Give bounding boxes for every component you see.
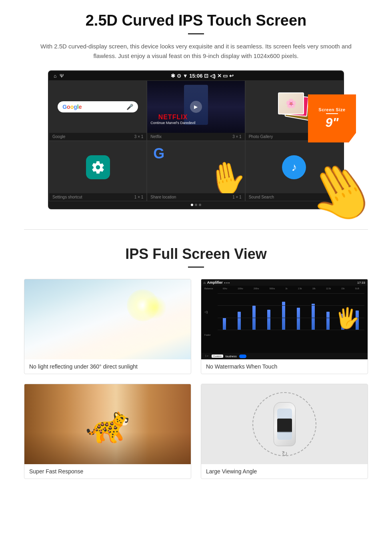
screen-mockup: Screen Size 9" ⌂ Ψ ✱ ⊙ ▼ 15:06 ⊡ bbox=[48, 70, 344, 209]
google-search-bar[interactable]: Google 🎤 bbox=[58, 101, 138, 112]
home-icon[interactable]: ⌂ bbox=[54, 73, 56, 79]
camera-icon: ⊡ bbox=[204, 73, 208, 79]
sound-app-name: Sound Search bbox=[249, 195, 274, 199]
cheetah-emoji: 🐆 bbox=[85, 403, 130, 445]
settings-icon bbox=[86, 155, 110, 179]
back-icon[interactable]: ↩ bbox=[229, 73, 234, 79]
feature-sunlight: No light reflecting under 360° direct su… bbox=[24, 279, 191, 374]
settings-label-row: Settings shortcut 1 × 1 bbox=[49, 193, 146, 201]
volume-icon: ◁) bbox=[210, 73, 216, 79]
status-bar-center: ✱ ⊙ ▼ 15:06 ⊡ ◁) ✕ ▭ ↩ bbox=[66, 73, 338, 79]
share-app-name: Share location bbox=[150, 195, 176, 199]
sound-grid-size: 1 × 1 bbox=[330, 195, 340, 199]
music-note-icon: ♪ bbox=[291, 161, 297, 174]
hand-gesture-icon: 🤚 bbox=[204, 156, 244, 193]
netflix-brand: NETFLIX Continue Marvel's Daredevil bbox=[150, 114, 195, 125]
amplifier-image: ⌂ Amplifier • • • 17:33 Balance ◁) Fader bbox=[201, 279, 368, 359]
badge-label: Screen Size bbox=[318, 107, 345, 112]
google-app-cell[interactable]: Google 🎤 Google 3 × 1 bbox=[49, 80, 147, 141]
sunlight-caption-text: No light reflecting under 360° direct su… bbox=[29, 363, 138, 370]
section-curved-screen: 2.5D Curved IPS Touch Screen With 2.5D c… bbox=[0, 0, 392, 217]
netflix-subtitle: Continue Marvel's Daredevil bbox=[150, 121, 195, 125]
section-divider bbox=[24, 229, 368, 230]
sound-label-row: Sound Search 1 × 1 bbox=[246, 193, 343, 201]
amp-time: 17:33 bbox=[357, 281, 365, 285]
amp-dots: • • • bbox=[224, 281, 230, 285]
badge-divider bbox=[326, 113, 338, 114]
amp-bottom-bar: 〈← Custom loudness bbox=[201, 353, 368, 359]
google-grid-size: 3 × 1 bbox=[134, 134, 144, 139]
badge-size: 9" bbox=[326, 115, 339, 130]
dot-3 bbox=[199, 204, 201, 206]
section2-title: IPS Full Screen View bbox=[24, 246, 368, 262]
features-grid: No light reflecting under 360° direct su… bbox=[24, 279, 368, 479]
title-underline bbox=[188, 33, 204, 34]
amp-loudness-label: loudness bbox=[226, 355, 237, 358]
amp-home-icon: ⌂ bbox=[204, 281, 206, 285]
status-time: 15:06 bbox=[189, 73, 202, 79]
amp-back-btn: 〈← bbox=[204, 354, 209, 358]
settings-grid-size: 1 × 1 bbox=[134, 195, 144, 199]
netflix-app-cell[interactable]: ▶ NETFLIX Continue Marvel's Daredevil Ne… bbox=[147, 80, 245, 141]
settings-app-cell[interactable]: Settings shortcut 1 × 1 bbox=[49, 141, 147, 201]
close-icon: ✕ bbox=[217, 73, 222, 79]
gear-svg-icon bbox=[91, 160, 105, 174]
share-grid-size: 1 × 1 bbox=[232, 195, 242, 199]
android-screen: ⌂ Ψ ✱ ⊙ ▼ 15:06 ⊡ ◁) ✕ ▭ ↩ bbox=[48, 70, 344, 209]
google-label-row: Google 3 × 1 bbox=[49, 133, 146, 140]
usb-icon: Ψ bbox=[60, 73, 64, 79]
share-label-row: Share location 1 × 1 bbox=[147, 193, 244, 201]
car-caption: Large Viewing Angle bbox=[201, 464, 368, 479]
feature-car: ↻ Large Viewing Angle bbox=[201, 384, 368, 479]
section1-description: With 2.5D curved-display screen, this de… bbox=[40, 42, 352, 61]
google-logo: Google bbox=[62, 104, 82, 110]
car-arrow-icon: ↻ bbox=[282, 449, 288, 458]
gallery-app-name: Photo Gallery bbox=[249, 134, 273, 139]
amplifier-caption-text: No Watermarks When Touch bbox=[206, 363, 277, 370]
dot-1 bbox=[191, 204, 193, 206]
netflix-app-name: Netflix bbox=[150, 134, 162, 139]
sunlight-image bbox=[24, 279, 191, 359]
loudness-toggle[interactable] bbox=[239, 355, 246, 358]
play-button[interactable]: ▶ bbox=[190, 101, 202, 113]
amp-screen: ⌂ Amplifier • • • 17:33 Balance ◁) Fader bbox=[201, 279, 368, 359]
pagination-dots bbox=[49, 201, 343, 208]
cheetah-caption-text: Super Fast Response bbox=[29, 468, 83, 475]
amp-title-text: Amplifier bbox=[207, 281, 223, 285]
app-grid: Google 🎤 Google 3 × 1 bbox=[49, 80, 343, 201]
custom-btn: Custom bbox=[212, 355, 223, 358]
car-image: ↻ bbox=[201, 384, 368, 464]
amplifier-caption: No Watermarks When Touch bbox=[201, 359, 368, 374]
google-app-name: Google bbox=[52, 134, 65, 139]
mic-icon[interactable]: 🎤 bbox=[126, 104, 133, 110]
location-icon: ⊙ bbox=[177, 73, 181, 79]
section1-title: 2.5D Curved IPS Touch Screen bbox=[24, 12, 368, 29]
sound-search-cell[interactable]: ♪ Sound Search 1 × 1 bbox=[245, 141, 343, 201]
netflix-label-row: Netflix 3 × 1 bbox=[147, 133, 244, 140]
amp-status-bar: ⌂ Amplifier • • • 17:33 bbox=[201, 279, 368, 286]
netflix-grid-size: 3 × 1 bbox=[232, 134, 242, 139]
settings-app-name: Settings shortcut bbox=[52, 195, 82, 199]
sound-search-icon: ♪ bbox=[282, 155, 306, 179]
screen-size-badge: Screen Size 9" bbox=[308, 94, 356, 142]
flower-icon: 🌸 bbox=[286, 98, 296, 109]
status-bar-left: ⌂ Ψ bbox=[54, 73, 64, 79]
google-g-icon: G bbox=[153, 145, 164, 162]
dot-2 bbox=[195, 204, 197, 206]
netflix-logo-text: NETFLIX bbox=[150, 114, 195, 121]
cheetah-caption: Super Fast Response bbox=[24, 464, 191, 479]
bluetooth-icon: ✱ bbox=[171, 73, 175, 79]
section-ips: IPS Full Screen View No light reflecting… bbox=[0, 242, 392, 491]
feature-amplifier: ⌂ Amplifier • • • 17:33 Balance ◁) Fader bbox=[201, 279, 368, 374]
feature-cheetah: 🐆 Super Fast Response bbox=[24, 384, 191, 479]
sunlight-caption: No light reflecting under 360° direct su… bbox=[24, 359, 191, 374]
amp-hand-icon: 🖐 bbox=[335, 307, 360, 330]
window-icon: ▭ bbox=[223, 73, 228, 79]
cheetah-image: 🐆 bbox=[24, 384, 191, 464]
section2-underline bbox=[188, 266, 204, 268]
share-location-cell[interactable]: G 🤚 Share location 1 × 1 bbox=[147, 141, 245, 201]
status-bar: ⌂ Ψ ✱ ⊙ ▼ 15:06 ⊡ ◁) ✕ ▭ ↩ bbox=[49, 71, 343, 80]
wifi-icon: ▼ bbox=[183, 73, 188, 79]
car-caption-text: Large Viewing Angle bbox=[206, 468, 257, 475]
